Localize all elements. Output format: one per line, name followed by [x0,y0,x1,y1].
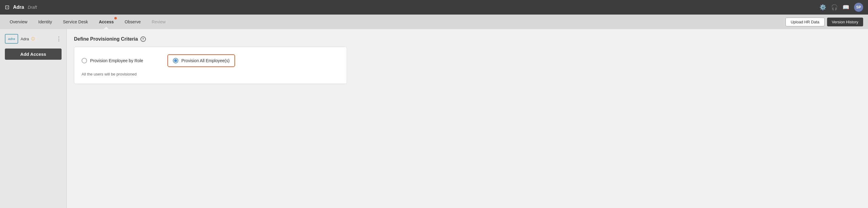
tab-service-desk[interactable]: Service Desk [58,14,93,29]
tab-identity[interactable]: Identity [33,14,57,29]
tab-access-label: Access [99,20,114,24]
tab-overview[interactable]: Overview [5,14,32,29]
radio-option-by-role[interactable]: Provision Employee by Role [82,58,143,63]
option-description: All the users will be provisioned [82,72,339,77]
help-icon[interactable]: ? [141,36,146,42]
sidebar-logo: adra Adra ⓘ [5,34,35,44]
content-panel: Define Provisioning Criteria ? Provision… [67,29,868,208]
app-name: Adra [13,4,24,10]
radio-inner-all-employees [174,59,177,62]
access-notification-dot [114,17,117,20]
tab-overview-label: Overview [10,20,27,24]
section-title-text: Define Provisioning Criteria [74,36,138,42]
back-icon[interactable]: ⊡ [5,4,9,10]
tab-observe[interactable]: Observe [120,14,146,29]
headset-icon[interactable]: 🎧 [831,4,838,10]
sidebar-header: adra Adra ⓘ ⋮ [5,34,62,44]
tab-identity-label: Identity [38,20,52,24]
options-row: Provision Employee by Role Provision All… [82,54,339,67]
sidebar: adra Adra ⓘ ⋮ Add Access [0,29,67,208]
tab-review-label: Review [152,20,165,24]
draft-badge: Draft [28,5,37,10]
section-title: Define Provisioning Criteria ? [74,36,861,42]
book-icon[interactable]: 📖 [842,4,849,10]
top-bar-right: ⚙️ 🎧 📖 SP [819,3,863,12]
version-history-button[interactable]: Version History [827,18,863,26]
radio-label-by-role: Provision Employee by Role [90,58,143,63]
logo-box: adra [5,34,18,44]
info-icon[interactable]: ⓘ [31,36,35,41]
logo-text: adra [8,37,15,41]
secondary-nav: Overview Identity Service Desk Access Ob… [0,14,868,29]
radio-outer-by-role [82,58,87,63]
radio-outer-all-employees [173,58,178,63]
tab-service-desk-label: Service Desk [63,20,88,24]
more-options-icon[interactable]: ⋮ [56,35,62,42]
tab-observe-label: Observe [125,20,141,24]
tab-access[interactable]: Access [94,14,119,29]
options-card: Provision Employee by Role Provision All… [74,47,347,84]
upload-hr-data-button[interactable]: Upload HR Data [785,18,825,26]
avatar[interactable]: SP [854,3,863,12]
tab-review: Review [147,14,170,29]
radio-option-all-employees[interactable]: Provision All Employee(s) [167,54,235,67]
main-content: adra Adra ⓘ ⋮ Add Access Define Provisio… [0,29,868,208]
top-bar-left: ⊡ Adra Draft [5,4,37,10]
nav-tabs: Overview Identity Service Desk Access Ob… [5,14,170,29]
nav-actions: Upload HR Data Version History [785,18,863,26]
radio-label-all-employees: Provision All Employee(s) [181,58,229,63]
settings-icon[interactable]: ⚙️ [819,4,826,10]
top-bar: ⊡ Adra Draft ⚙️ 🎧 📖 SP [0,0,868,14]
logo-label: Adra [21,37,29,41]
add-access-button[interactable]: Add Access [5,49,62,60]
